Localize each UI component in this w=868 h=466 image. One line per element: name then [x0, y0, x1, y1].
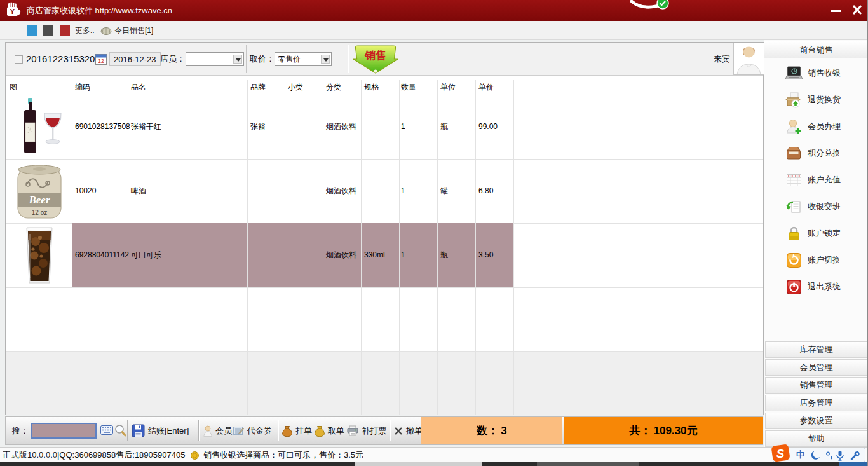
table-row[interactable]: Beer 12 oz 10020 啤酒 烟酒饮料 1 罐 6.80	[6, 159, 763, 223]
col-price[interactable]: 单价	[478, 80, 494, 95]
hold-order-button[interactable]: 挂单	[282, 417, 312, 444]
cell-code[interactable]: 6928804011142	[75, 223, 129, 287]
retrieve-order-button[interactable]: 取单	[315, 417, 344, 444]
table-row-selected[interactable]: 6928804011142 可口可乐 烟酒饮料 330ml 1 瓶 3.50	[6, 223, 763, 287]
col-name[interactable]: 品名	[131, 80, 146, 95]
cell-spec[interactable]: 330ml	[364, 223, 385, 287]
theme-gray-swatch[interactable]	[43, 25, 53, 36]
date-field[interactable]: 2016-12-23	[109, 52, 161, 66]
col-category[interactable]: 分类	[326, 80, 341, 95]
moon-mode-icon[interactable]	[810, 450, 820, 460]
cell-price[interactable]: 3.50	[478, 223, 493, 287]
calendar-icon[interactable]: 12	[95, 53, 107, 65]
total-amount-display: 共：109.30元	[564, 417, 763, 444]
search-input[interactable]	[31, 423, 97, 439]
col-image[interactable]: 图	[10, 80, 17, 95]
cell-name[interactable]: 啤酒	[131, 159, 146, 223]
svg-text:12: 12	[98, 58, 104, 64]
grid-vline	[285, 80, 285, 415]
avatar	[733, 43, 764, 75]
search-label: 搜：	[12, 417, 29, 444]
sidebar-item-account-switch[interactable]: 账户切换	[764, 247, 868, 273]
cell-name[interactable]: 张裕干红	[131, 95, 161, 159]
status-bar: 正式版10.0.0.0|QQ:360699858售后:18905907405 销…	[0, 447, 868, 462]
cell-code[interactable]: 10020	[75, 159, 96, 223]
sidebar-item-points-redeem[interactable]: 积分兑换	[764, 140, 868, 167]
clerk-select[interactable]	[186, 52, 244, 66]
section-store-mgmt[interactable]: 店务管理	[765, 395, 867, 411]
grid-vline	[513, 80, 514, 415]
member-button[interactable]: 会员	[203, 417, 232, 444]
title-bar: Y 商店管家收银软件 http://www.fzwave.cn	[0, 0, 868, 21]
ime-lang-toggle[interactable]: 中	[796, 448, 805, 462]
close-button[interactable]	[849, 4, 865, 17]
sidebar-item-shift-change[interactable]: 收银交班	[764, 193, 868, 220]
divider	[278, 420, 279, 441]
sidebar-item-returns[interactable]: 退货换货	[764, 86, 868, 113]
sale-form-bar: 20161223153209 12 2016-12-23 店员： 取价： 零售价	[6, 43, 763, 76]
col-subcat[interactable]: 小类	[288, 80, 303, 95]
cell-price[interactable]: 99.00	[478, 95, 498, 159]
sidebar-item-member-signup[interactable]: 会员办理	[764, 113, 868, 140]
cell-category[interactable]: 烟酒饮料	[326, 223, 356, 287]
cell-price[interactable]: 6.80	[478, 159, 493, 223]
cell-unit[interactable]: 罐	[440, 159, 448, 223]
mic-icon[interactable]	[836, 450, 844, 461]
cell-name[interactable]: 可口可乐	[131, 223, 161, 287]
cell-qty[interactable]: 1	[401, 223, 405, 287]
reprint-ticket-button[interactable]: 补打票	[347, 417, 386, 444]
taskbar-edge	[0, 462, 868, 466]
version-info: 正式版10.0.0.0|QQ:360699858售后:18905907405	[3, 448, 185, 463]
theme-red-swatch[interactable]	[60, 25, 70, 36]
sogou-ime-logo[interactable]: S	[771, 443, 791, 463]
theme-blue-swatch[interactable]	[27, 25, 37, 36]
sidebar-item-sale-checkout[interactable]: 销售收银	[764, 60, 868, 86]
moneybag-icon	[315, 425, 325, 437]
keyboard-icon[interactable]	[100, 425, 113, 435]
row-divider	[6, 287, 763, 288]
col-qty[interactable]: 数量	[401, 80, 416, 95]
section-member-mgmt[interactable]: 会员管理	[765, 359, 867, 376]
price-type-label: 取价：	[250, 43, 275, 76]
search-icon[interactable]	[114, 424, 126, 437]
more-menu[interactable]: 更多..	[75, 21, 95, 40]
cell-category[interactable]: 烟酒饮料	[326, 95, 356, 159]
sidebar-item-account-recharge[interactable]: 账户充值	[764, 167, 868, 193]
checkout-button[interactable]: 结账[Enter]	[132, 417, 189, 444]
cell-qty[interactable]: 1	[401, 159, 405, 223]
cell-brand[interactable]: 张裕	[250, 95, 266, 159]
col-unit[interactable]: 单位	[440, 80, 456, 95]
wrench-settings-icon[interactable]	[850, 451, 860, 461]
svg-text:12 oz: 12 oz	[32, 209, 47, 216]
switch-refresh-icon	[785, 252, 803, 269]
col-brand[interactable]: 品牌	[250, 80, 266, 95]
grid-vline	[361, 80, 362, 415]
void-order-button[interactable]: 撤单	[394, 417, 423, 444]
cell-unit[interactable]: 瓶	[440, 223, 448, 287]
col-code[interactable]: 编码	[75, 80, 90, 95]
save-floppy-icon	[132, 424, 145, 437]
today-sales-menu[interactable]: 今日销售[1]	[114, 21, 153, 40]
minimize-button[interactable]	[828, 4, 844, 17]
lock-icon	[785, 225, 803, 242]
sidebar-item-exit-system[interactable]: 退出系统	[764, 273, 868, 300]
section-sales-mgmt[interactable]: 销售管理	[765, 377, 867, 394]
section-settings[interactable]: 参数设置	[765, 413, 867, 429]
grid-vline	[128, 80, 128, 415]
chevron-down-icon	[321, 55, 330, 64]
receipt-icon[interactable]	[15, 55, 23, 64]
product-image-beer: Beer 12 oz	[10, 161, 69, 221]
section-inventory-mgmt[interactable]: 库存管理	[765, 341, 867, 358]
cell-qty[interactable]: 1	[401, 95, 405, 159]
table-row[interactable]: 6901028137508 张裕干红 张裕 烟酒饮料 1 瓶 99.00	[6, 95, 763, 159]
taskbar-segment	[355, 462, 482, 466]
col-spec[interactable]: 规格	[364, 80, 379, 95]
voucher-button[interactable]: 代金券	[233, 417, 272, 444]
cell-unit[interactable]: 瓶	[440, 95, 448, 159]
punctuation-mode-icon[interactable]	[825, 451, 833, 460]
sidebar-item-account-lock[interactable]: 账户锁定	[764, 220, 868, 247]
cell-category[interactable]: 烟酒饮料	[326, 159, 356, 223]
price-type-select[interactable]: 零售价	[275, 52, 332, 66]
grid-vline	[399, 80, 400, 415]
cell-code[interactable]: 6901028137508	[75, 95, 130, 159]
